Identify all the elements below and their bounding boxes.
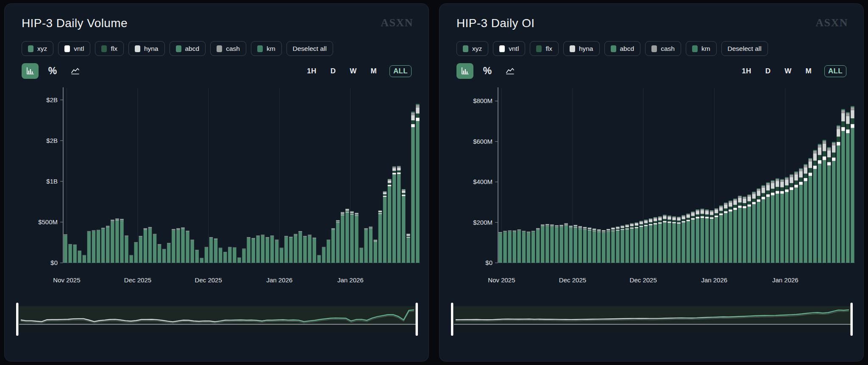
bar[interactable] <box>87 231 91 263</box>
bar[interactable] <box>531 231 535 263</box>
bar[interactable] <box>663 215 666 263</box>
bar[interactable] <box>658 216 662 263</box>
bar[interactable] <box>200 258 203 263</box>
range-button-d[interactable]: D <box>764 66 772 76</box>
percent-mode-button[interactable]: % <box>44 63 61 79</box>
percent-mode-button[interactable]: % <box>479 63 496 79</box>
bar[interactable] <box>691 212 695 263</box>
bar[interactable] <box>275 240 278 263</box>
bar[interactable] <box>696 209 699 263</box>
bar[interactable] <box>620 226 624 263</box>
bar[interactable] <box>522 231 526 263</box>
bar[interactable] <box>298 231 302 263</box>
bar[interactable] <box>322 247 326 263</box>
bar[interactable] <box>359 248 363 263</box>
bar[interactable] <box>593 228 596 263</box>
bar[interactable] <box>785 177 788 263</box>
bar[interactable] <box>101 228 105 263</box>
bar[interactable] <box>747 195 751 263</box>
bar[interactable] <box>588 228 591 263</box>
bar[interactable] <box>73 245 76 263</box>
bar[interactable] <box>195 250 199 263</box>
bar[interactable] <box>752 192 756 263</box>
bar[interactable] <box>827 147 831 263</box>
bar[interactable] <box>115 218 119 263</box>
bar[interactable] <box>144 228 147 263</box>
bar[interactable] <box>289 237 292 263</box>
bar[interactable] <box>640 221 643 263</box>
legend-item-flx[interactable]: flx <box>95 41 124 56</box>
bar[interactable] <box>743 197 746 263</box>
navigator-handle-right[interactable] <box>851 303 853 336</box>
bar[interactable] <box>397 166 401 263</box>
bar[interactable] <box>411 111 415 263</box>
bar[interactable] <box>402 189 405 263</box>
bar[interactable] <box>327 240 330 263</box>
bar[interactable] <box>630 223 634 263</box>
navigator-handle-left[interactable] <box>16 303 19 336</box>
range-button-all[interactable]: ALL <box>824 65 846 77</box>
bar[interactable] <box>555 225 558 263</box>
bar[interactable] <box>172 229 175 263</box>
legend-item-km[interactable]: km <box>251 41 282 56</box>
bar[interactable] <box>677 217 680 263</box>
bar[interactable] <box>383 191 387 263</box>
bar[interactable] <box>303 236 306 263</box>
bar[interactable] <box>280 248 283 263</box>
bar[interactable] <box>804 164 807 263</box>
legend-item-flx[interactable]: flx <box>530 41 559 56</box>
bar[interactable] <box>350 211 353 263</box>
bar[interactable] <box>190 240 194 263</box>
line-mode-button[interactable] <box>501 63 518 79</box>
bar[interactable] <box>181 227 184 263</box>
bar[interactable] <box>374 240 377 263</box>
bar[interactable] <box>705 209 709 263</box>
bar[interactable] <box>139 236 142 263</box>
bar[interactable] <box>559 225 563 263</box>
bar[interactable] <box>644 220 648 263</box>
legend-item-hyna[interactable]: hyna <box>128 41 165 56</box>
range-button-m[interactable]: M <box>370 66 378 76</box>
bar[interactable] <box>223 252 227 263</box>
legend-item-vntl[interactable]: vntl <box>493 41 525 56</box>
range-button-w[interactable]: W <box>783 66 793 76</box>
deselect-all-button[interactable]: Deselect all <box>287 41 333 56</box>
range-button-1h[interactable]: 1H <box>306 66 317 76</box>
bar[interactable] <box>120 219 123 263</box>
bar[interactable] <box>378 210 382 263</box>
bar[interactable] <box>266 237 269 263</box>
bar[interactable] <box>270 236 274 263</box>
bar[interactable] <box>228 247 231 263</box>
bar[interactable] <box>837 125 840 263</box>
bar[interactable] <box>527 231 530 263</box>
bar-mode-button[interactable] <box>22 63 39 79</box>
bar[interactable] <box>616 226 619 263</box>
bar[interactable] <box>129 255 133 263</box>
bar[interactable] <box>341 212 344 263</box>
legend-item-cash[interactable]: cash <box>645 41 681 56</box>
bar[interactable] <box>219 248 222 263</box>
bar[interactable] <box>125 236 128 263</box>
bar[interactable] <box>186 231 189 263</box>
bar[interactable] <box>336 220 339 263</box>
bar[interactable] <box>503 231 506 263</box>
bar[interactable] <box>799 168 802 263</box>
bar[interactable] <box>97 230 100 263</box>
bar[interactable] <box>111 220 114 263</box>
bar[interactable] <box>823 140 826 263</box>
bar[interactable] <box>214 238 217 263</box>
navigator-handle-left[interactable] <box>451 303 453 336</box>
timeline-navigator[interactable] <box>5 302 429 343</box>
bar[interactable] <box>724 203 727 263</box>
bar[interactable] <box>625 224 629 263</box>
range-button-m[interactable]: M <box>804 66 813 76</box>
bar[interactable] <box>308 235 311 263</box>
bar[interactable] <box>148 227 152 263</box>
bar[interactable] <box>672 216 676 263</box>
legend-item-abcd[interactable]: abcd <box>604 41 641 56</box>
bar[interactable] <box>809 158 812 263</box>
bar[interactable] <box>771 180 774 263</box>
bar[interactable] <box>794 171 798 263</box>
bar[interactable] <box>715 208 718 263</box>
bar[interactable] <box>251 238 255 263</box>
